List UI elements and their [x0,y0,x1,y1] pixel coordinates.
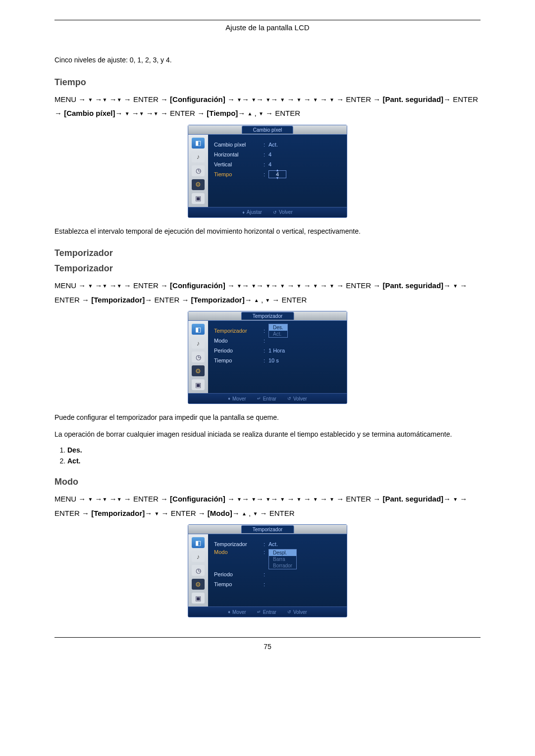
back-icon: ↺ [273,210,277,215]
enter-icon: ↵ [257,396,261,401]
arrow-icon: → [336,495,344,503]
osd-modo: Temporizador ◧ ♪ ◷ ⚙ ▣ Temporizador : [54,524,481,617]
osd-value-select: Despl. Barra Borrador [268,549,297,569]
osd-value: 4 [268,161,271,167]
updown-icon: ♦ [228,396,230,401]
osd-row: Tiempo : [214,579,341,589]
osd-row: Temporizador : Act. [214,539,341,549]
osd-hint-label: Volver [279,209,293,215]
nav-pantseguridad: [Pant. seguridad] [383,281,444,290]
gear-icon: ⚙ [192,365,205,376]
down-icon: ▼ [313,497,318,502]
osd-sidebar: ◧ ♪ ◷ ⚙ ▣ [188,321,208,393]
down-icon: ▼ [276,175,279,182]
arrow-icon: → [266,109,273,117]
arrow-icon: → [198,509,206,517]
arrow-icon: → [320,281,327,290]
updown-icon: ♦ [228,609,230,614]
osd-hint-label: Entrar [263,396,276,402]
arrow-icon: → [145,296,152,304]
osd-hint-ajustar: ♦Ajustar [242,209,262,215]
gear-icon: ⚙ [192,579,205,590]
nav-enter: ENTER [133,495,159,503]
osd-body: ◧ ♪ ◷ ⚙ ▣ Temporizador : Des. Act. [188,321,347,393]
arrow-icon: → [242,95,249,103]
arrow-icon: → [443,281,451,290]
osd-label: Temporizador [214,541,264,547]
nav-enter: ENTER [133,95,159,103]
nav-enter: ENTER [133,281,159,290]
nav-temporizador: [Temporizador] [91,296,145,304]
osd-hint-mover: ♦Mover [228,396,246,402]
osd-hint-label: Mover [232,396,246,402]
arrow-icon: → [460,495,467,503]
down-icon: ▼ [88,497,93,502]
nav-enter: ENTER [170,109,195,117]
down-icon: ▼ [259,111,264,116]
osd-label: Modo [214,338,264,344]
running-header: Ajuste de la pantalla LCD [54,20,481,39]
arrow-icon: → [304,281,311,290]
nav-enter: ENTER [453,95,478,103]
nav-enter: ENTER [54,509,80,517]
arrow-icon: → [373,281,380,290]
osd-titlebar: Temporizador [188,311,347,321]
osd-hint-label: Volver [293,396,307,402]
down-icon: ▼ [280,497,285,502]
nav-menu: MENU [54,495,76,503]
enter-icon: ↵ [257,609,261,614]
osd-colon: : [264,357,268,363]
osd-tab: Temporizador [241,525,294,533]
osd-hint-entrar: ↵Entrar [257,396,276,402]
navpath-temporizador: MENU → ▼ →▼ →▼ → ENTER → [Configuración]… [54,279,481,307]
down-icon: ▼ [266,97,270,102]
arrow-icon: → [373,95,380,103]
down-icon: ▼ [280,97,285,102]
footer: 75 [54,637,481,651]
arrow-icon: → [197,109,205,117]
nav-cambiopixel: [Cambio píxel] [64,109,115,117]
osd-panel: Temporizador ◧ ♪ ◷ ⚙ ▣ Temporizador : [188,311,347,404]
arrow-icon: → [109,95,117,103]
heading-temporizador-2: Temporizador [54,263,481,274]
arrow-icon: → [460,281,467,290]
arrow-icon: → [124,95,131,103]
heading-temporizador-1: Temporizador [54,248,481,258]
osd-panel: Cambio píxel ◧ ♪ ◷ ⚙ ▣ Cambio píxel : [188,125,347,218]
arrow-icon: → [82,296,89,304]
osd-row: Horizontal : 4 [214,150,341,159]
nav-menu: MENU [54,95,76,103]
down-icon: ▼ [139,111,144,116]
nav-temporizador-2: [Temporizador] [191,296,245,304]
intro-text: Cinco niveles de ajuste: 0, 1, 2, 3, y 4… [54,55,481,65]
arrow-icon: → [320,95,327,103]
sound-icon: ♪ [192,151,205,162]
osd-label: Modo [214,549,264,555]
back-icon: ↺ [287,396,291,401]
arrow-icon: → [160,281,168,290]
back-icon: ↺ [287,609,291,614]
arrow-icon: → [160,95,168,103]
arrow-icon: → [256,95,264,103]
osd-hint-volver: ↺Volver [287,396,307,402]
down-icon: ▼ [453,497,458,502]
temporizador-options: Des. Act. [54,446,481,465]
arrow-icon: → [304,495,311,503]
arrow-icon: → [304,95,311,103]
osd-panel: Temporizador ◧ ♪ ◷ ⚙ ▣ Temporizador : [188,524,347,617]
osd-temporizador: Temporizador ◧ ♪ ◷ ⚙ ▣ Temporizador : [54,311,481,404]
arrow-icon: → [287,281,294,290]
osd-label: Tiempo [214,357,264,363]
osd-colon: : [264,328,268,334]
osd-option: Act. [269,331,287,337]
osd-row: Cambio píxel : Act. [214,140,341,150]
arrow-icon: → [160,495,168,503]
osd-row: Tiempo : 10 s [214,355,341,365]
page: Ajuste de la pantalla LCD Cinco niveles … [0,0,535,665]
temporizador-desc2: La operación de borrar cualquier imagen … [54,430,481,440]
down-icon: ▼ [329,497,334,502]
arrow-icon: → [443,495,451,503]
down-icon: ▼ [237,497,242,502]
nav-enter: ENTER [54,296,80,304]
arrow-icon: → [443,95,451,103]
